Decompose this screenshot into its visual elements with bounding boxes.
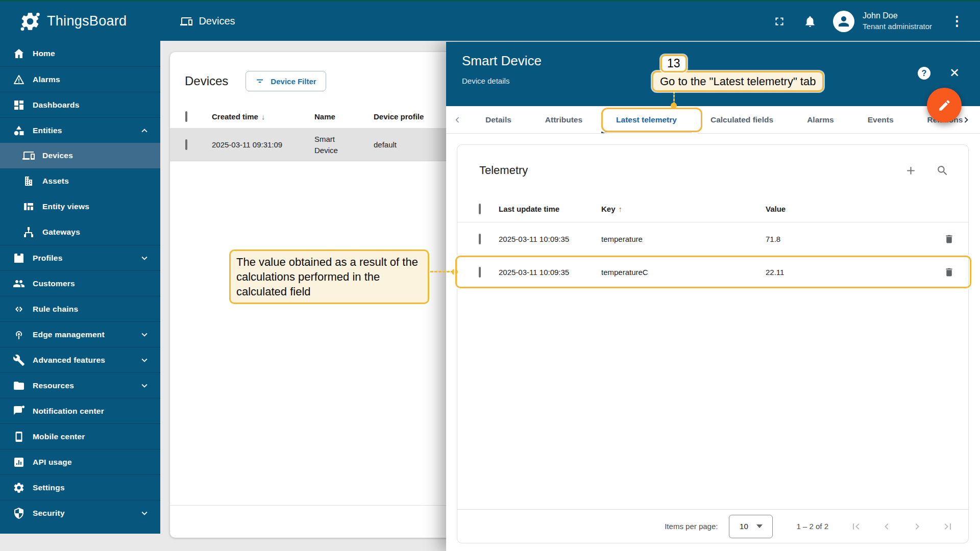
sidebar-item-alarms[interactable]: Alarms: [0, 66, 160, 92]
tab-calculated-fields[interactable]: Calculated fields: [694, 106, 790, 133]
column-device-profile[interactable]: Device profile: [374, 112, 454, 121]
home-icon: [13, 47, 25, 60]
sidebar-item-advanced-features[interactable]: Advanced features: [0, 347, 160, 372]
tab-latest-telemetry[interactable]: Latest telemetry: [599, 106, 694, 133]
telemetry-time: 2025-03-11 10:09:35: [499, 268, 601, 277]
sidebar-item-gateways[interactable]: Gateways: [0, 219, 160, 245]
first-page-icon[interactable]: [850, 520, 862, 533]
select-all-checkbox[interactable]: [479, 204, 481, 214]
chevron-down-icon: [139, 355, 150, 366]
notification-message-icon: [13, 405, 25, 417]
annotation-connector-line: [430, 271, 454, 272]
sidebar-item-entity-views[interactable]: Entity views: [0, 194, 160, 219]
sidebar-item-label: Alarms: [33, 75, 60, 84]
sidebar-item-security[interactable]: Security: [0, 500, 160, 525]
assets-icon: [22, 175, 35, 187]
column-created-time[interactable]: Created time↓: [212, 112, 314, 121]
fullscreen-icon[interactable]: [773, 15, 786, 28]
notifications-bell-icon[interactable]: [803, 15, 817, 28]
device-filter-label: Device Filter: [271, 77, 316, 86]
sidebar-item-entities[interactable]: Entities: [0, 117, 160, 143]
sidebar-item-label: Mobile center: [33, 432, 85, 441]
avatar[interactable]: [833, 11, 854, 32]
gateways-icon: [22, 226, 35, 238]
select-all-checkbox[interactable]: [185, 111, 187, 122]
delete-trash-icon[interactable]: [944, 267, 954, 278]
entities-icon: [13, 124, 25, 137]
window-top-strip: [0, 0, 980, 2]
sidebar-item-label: Profiles: [33, 254, 62, 263]
tabs-scroll-left-icon[interactable]: [446, 106, 469, 133]
tab-attributes[interactable]: Attributes: [528, 106, 599, 133]
sidebar-item-settings[interactable]: Settings: [0, 474, 160, 500]
edge-antenna-icon: [13, 329, 25, 341]
devices-table-footer: [170, 505, 454, 538]
tab-events[interactable]: Events: [851, 106, 911, 133]
sidebar-item-label: API usage: [33, 458, 72, 467]
annotation-connector-dot: [452, 269, 458, 275]
sidebar-item-resources[interactable]: Resources: [0, 372, 160, 398]
devices-card-title: Devices: [185, 74, 228, 88]
sidebar: Home Alarms Dashboards Entities Devices …: [0, 41, 160, 534]
telemetry-table-header: Last update time Key↑ Value: [457, 196, 968, 222]
column-value[interactable]: Value: [766, 205, 933, 213]
column-name[interactable]: Name: [314, 112, 374, 121]
previous-page-icon[interactable]: [880, 520, 893, 533]
close-icon[interactable]: ✕: [948, 66, 961, 80]
thingsboard-logo[interactable]: ThingsBoard: [19, 11, 127, 32]
telemetry-time: 2025-03-11 10:09:35: [499, 235, 601, 243]
delete-trash-icon[interactable]: [944, 234, 954, 244]
sidebar-item-label: Gateways: [42, 228, 80, 237]
sidebar-item-notification-center[interactable]: Notification center: [0, 398, 160, 423]
telemetry-key: temperature: [601, 235, 766, 243]
chevron-down-icon: [139, 253, 150, 264]
sidebar-item-rule-chains[interactable]: Rule chains: [0, 296, 160, 321]
drawer-title: Smart Device: [462, 53, 980, 69]
alarm-triangle-icon: [13, 73, 25, 86]
sidebar-item-label: Edge management: [33, 330, 105, 339]
add-telemetry-icon[interactable]: [904, 164, 917, 177]
telemetry-row-temperatureC[interactable]: 2025-03-11 10:09:35 temperatureC 22.11: [457, 256, 968, 289]
sidebar-item-label: Entities: [33, 126, 62, 135]
sidebar-item-label: Assets: [42, 177, 69, 186]
sidebar-item-api-usage[interactable]: API usage: [0, 449, 160, 474]
devices-card-header: Devices Device Filter: [170, 52, 454, 105]
last-page-icon[interactable]: [942, 520, 954, 533]
edit-fab-button[interactable]: [927, 88, 962, 122]
device-details-drawer: Smart Device Device details ? ✕ Details …: [446, 42, 980, 551]
gear-icon: [13, 482, 25, 494]
telemetry-title: Telemetry: [479, 164, 528, 177]
sidebar-item-label: Notification center: [33, 407, 104, 416]
items-per-page-label: Items per page:: [665, 522, 718, 531]
kebab-menu-icon[interactable]: ⋮: [947, 13, 967, 29]
sidebar-item-home[interactable]: Home: [0, 41, 160, 66]
items-per-page-select[interactable]: 10: [729, 515, 773, 538]
sidebar-item-dashboards[interactable]: Dashboards: [0, 92, 160, 117]
column-last-update-time[interactable]: Last update time: [499, 205, 601, 213]
device-table-row[interactable]: 2025-03-11 09:31:09 Smart Device default: [170, 129, 454, 161]
telemetry-key: temperatureC: [601, 268, 766, 277]
row-checkbox[interactable]: [479, 234, 481, 244]
device-profile: default: [374, 140, 454, 149]
sidebar-item-customers[interactable]: Customers: [0, 270, 160, 296]
row-checkbox[interactable]: [479, 267, 481, 278]
user-info[interactable]: John Doe Tenant administrator: [863, 11, 932, 31]
sidebar-item-mobile-center[interactable]: Mobile center: [0, 423, 160, 449]
mobile-phone-icon: [13, 431, 25, 443]
next-page-icon[interactable]: [911, 520, 923, 533]
sidebar-item-devices[interactable]: Devices: [0, 143, 160, 168]
help-icon[interactable]: ?: [918, 67, 930, 80]
folder-icon: [13, 380, 25, 392]
tab-details[interactable]: Details: [469, 106, 528, 133]
tab-alarms[interactable]: Alarms: [790, 106, 851, 133]
sidebar-item-assets[interactable]: Assets: [0, 168, 160, 194]
sidebar-item-edge-management[interactable]: Edge management: [0, 321, 160, 347]
row-checkbox[interactable]: [185, 139, 187, 150]
column-key[interactable]: Key↑: [601, 205, 766, 213]
telemetry-row-temperature[interactable]: 2025-03-11 10:09:35 temperature 71.8: [457, 222, 968, 256]
entity-views-icon: [22, 201, 35, 213]
device-filter-button[interactable]: Device Filter: [246, 71, 326, 91]
sidebar-item-profiles[interactable]: Profiles: [0, 245, 160, 270]
telemetry-pagination: Items per page: 10 1 – 2 of 2: [457, 509, 968, 543]
search-icon[interactable]: [936, 164, 949, 177]
